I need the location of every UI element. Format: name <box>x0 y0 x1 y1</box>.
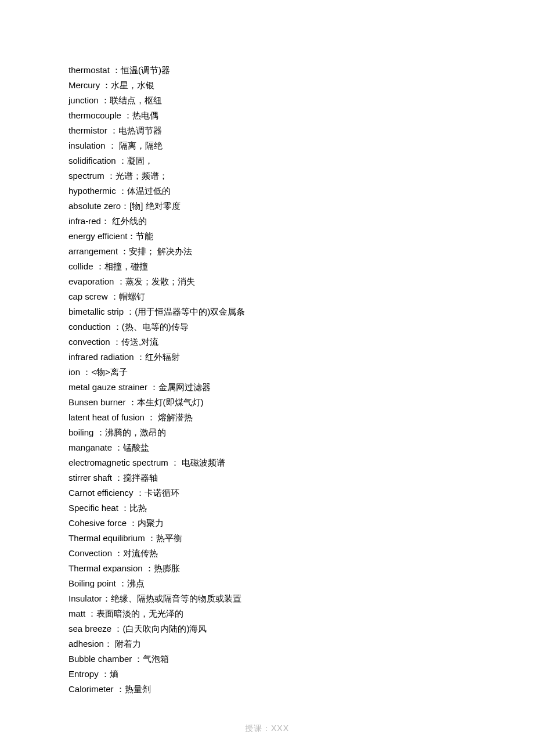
definition-text: (白天吹向内陆的)海风 <box>122 624 207 633</box>
vocab-entry: conduction ：(热、电等的)传导 <box>68 319 266 334</box>
term-text: solidification <box>68 156 116 165</box>
separator: ： <box>118 246 129 256</box>
definition-text: 沸点 <box>127 578 145 588</box>
separator: ： <box>127 231 136 241</box>
definition-text: [物] 绝对零度 <box>129 201 181 211</box>
term-text: absolute zero <box>68 201 121 211</box>
term-text: Boiling point <box>68 578 116 588</box>
vocab-entry: collide ：相撞，碰撞 <box>68 259 266 274</box>
term-text: energy efficient <box>68 231 127 241</box>
definition-text: 卡诺循环 <box>145 488 179 498</box>
term-text: manganate <box>68 442 112 452</box>
definition-text: 熵 <box>110 669 118 679</box>
vocab-entry: boiling ：沸腾的，激昂的 <box>68 425 266 440</box>
term-text: Bubble chamber <box>68 654 132 664</box>
separator: ： <box>111 322 122 332</box>
term-text: Thermal expansion <box>68 563 143 573</box>
vocab-entry: cap screw ：帽螺钉 <box>68 289 266 304</box>
definition-text: 帽螺钉 <box>119 291 145 301</box>
vocab-entry: Boiling point ：沸点 <box>68 576 266 591</box>
definition-text: 红外辐射 <box>145 352 180 362</box>
separator: ： <box>99 95 110 105</box>
definition-text: 联结点，枢纽 <box>110 95 162 105</box>
separator: ： <box>100 80 111 90</box>
vocab-entry: infra-red： 红外线的 <box>68 214 266 229</box>
vocab-entry: Insulator：绝缘、隔热或隔音等的物质或装置 <box>68 591 266 606</box>
definition-text: 相撞，碰撞 <box>104 261 148 271</box>
vocab-entry: thermostat ：恒温(调节)器 <box>68 63 266 78</box>
separator: ： <box>145 533 156 543</box>
term-text: arrangement <box>68 246 118 256</box>
vocab-entry: Cohesive force ：内聚力 <box>68 516 266 531</box>
vocab-entry: electromagnetic spectrum ： 电磁波频谱 <box>68 455 266 470</box>
term-text: sea breeze <box>68 624 111 633</box>
separator: ： <box>121 201 129 211</box>
definition-text: 金属网过滤器 <box>158 382 211 392</box>
definition-text: 水星，水银 <box>111 80 154 90</box>
vocabulary-list: thermostat ：恒温(调节)器Mercury ：水星，水银junctio… <box>68 63 266 697</box>
term-text: hypothermic <box>68 186 116 196</box>
definition-text: 锰酸盐 <box>123 442 149 452</box>
vocab-entry: solidification ：凝固， <box>68 153 266 168</box>
term-text: convection <box>68 337 110 347</box>
term-text: Calorimeter <box>68 684 114 694</box>
term-text: stirrer shaft <box>68 473 112 483</box>
definition-text: 比热 <box>129 503 147 513</box>
definition-text: 绝缘、隔热或隔音等的物质或装置 <box>111 593 241 603</box>
vocab-entry: Carnot efficiency ：卡诺循环 <box>68 485 266 501</box>
definition-text: 熔解潜热 <box>158 412 193 422</box>
separator: ： <box>133 488 144 498</box>
separator: ： <box>112 548 123 558</box>
separator: ： <box>116 578 127 588</box>
separator: ： <box>112 442 123 452</box>
term-text: Thermal equilibrium <box>68 533 145 543</box>
term-text: Cohesive force <box>68 518 127 528</box>
separator: ： <box>134 352 145 362</box>
term-text: Bunsen burner <box>68 397 125 407</box>
term-text: boiling <box>68 427 93 437</box>
term-text: junction <box>68 95 99 105</box>
separator: ： <box>132 654 143 664</box>
vocab-entry: metal gauze strainer ：金属网过滤器 <box>68 380 266 395</box>
definition-text: 气泡箱 <box>143 654 169 664</box>
separator: ： <box>93 261 104 271</box>
separator: ： <box>102 593 111 603</box>
term-text: infra-red <box>68 216 101 226</box>
vocab-entry: insulation ： 隔离，隔绝 <box>68 138 266 153</box>
separator: ： <box>99 669 110 679</box>
vocab-entry: spectrum ：光谱；频谱； <box>68 168 266 183</box>
term-text: insulation <box>68 141 105 150</box>
vocab-entry: ion ：<物>离子 <box>68 365 266 380</box>
separator: ： <box>125 397 136 407</box>
term-text: thermistor <box>68 125 107 135</box>
vocab-entry: Convection ：对流传热 <box>68 546 266 561</box>
separator: ： <box>116 186 127 196</box>
vocab-entry: bimetallic strip ：(用于恒温器等中的)双金属条 <box>68 304 266 319</box>
term-text: cap screw <box>68 291 108 301</box>
term-text: collide <box>68 261 93 271</box>
term-text: Mercury <box>68 80 100 90</box>
separator: ： <box>107 125 118 135</box>
definition-text: 体温过低的 <box>127 186 171 196</box>
vocab-entry: thermocouple ：热电偶 <box>68 108 266 123</box>
definition-text: 附着力 <box>115 639 141 649</box>
term-text: Convection <box>68 548 112 558</box>
definition-text: 对流传热 <box>123 548 158 558</box>
vocab-entry: manganate ：锰酸盐 <box>68 440 266 455</box>
vocab-entry: Entropy ：熵 <box>68 667 266 682</box>
separator: ： <box>168 458 182 467</box>
separator: ： <box>110 65 121 75</box>
separator: ： <box>112 473 123 483</box>
vocab-entry: absolute zero：[物] 绝对零度 <box>68 199 266 214</box>
definition-text: 隔离，隔绝 <box>119 141 163 150</box>
term-text: infrared radiation <box>68 352 134 362</box>
vocab-entry: thermistor ：电热调节器 <box>68 123 266 138</box>
term-text: matt <box>68 609 85 618</box>
term-text: evaporation <box>68 276 114 286</box>
vocab-entry: Calorimeter ：热量剂 <box>68 682 266 697</box>
separator: ： <box>118 503 129 513</box>
term-text: spectrum <box>68 171 104 181</box>
definition-text: 节能 <box>136 231 153 241</box>
separator: ： <box>108 291 119 301</box>
definition-text: 表面暗淡的，无光泽的 <box>96 609 183 618</box>
